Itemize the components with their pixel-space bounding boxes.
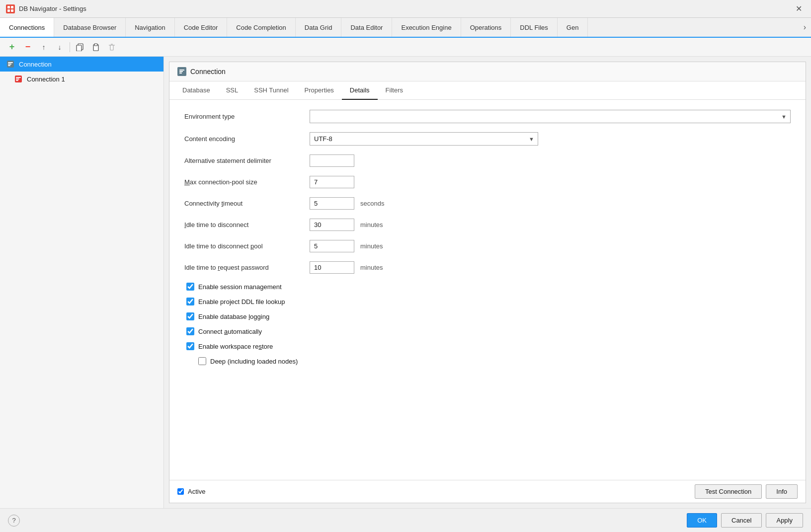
active-label[interactable]: Active: [188, 488, 205, 495]
alt-delimiter-label: Alternative statement delimiter: [184, 157, 304, 164]
connection-panel-header: Connection: [169, 62, 806, 81]
title-bar: DB Navigator - Settings ✕: [0, 0, 811, 18]
deep-loaded-nodes-checkbox[interactable]: [198, 357, 206, 365]
add-button[interactable]: +: [5, 40, 19, 54]
info-button[interactable]: Info: [766, 484, 798, 499]
test-connection-button[interactable]: Test Connection: [695, 484, 762, 499]
connect-automatically-label[interactable]: Connect automatically: [198, 328, 262, 335]
sidebar: Connection Connection 1: [0, 57, 164, 508]
enable-project-ddl-label[interactable]: Enable project DDL file lookup: [198, 298, 285, 305]
idle-request-password-input[interactable]: [310, 261, 354, 274]
tab-more-button[interactable]: ›: [799, 18, 811, 37]
connect-automatically-checkbox[interactable]: [186, 327, 194, 335]
alt-delimiter-row: Alternative statement delimiter: [184, 154, 791, 167]
tab-data-editor[interactable]: Data Editor: [341, 18, 392, 37]
enable-project-ddl-checkbox[interactable]: [186, 298, 194, 305]
content-encoding-row: Content encoding UTF-8 UTF-16 ISO-8859-1…: [184, 132, 791, 146]
active-row: Active: [177, 488, 205, 495]
tab-database-browser[interactable]: Database Browser: [54, 18, 126, 37]
environment-type-row: Environment type ▼: [184, 110, 791, 123]
paste-button[interactable]: [89, 40, 103, 54]
bottom-bar: ? OK Cancel Apply: [0, 508, 811, 532]
help-button[interactable]: ?: [8, 515, 20, 527]
window-title: DB Navigator - Settings: [19, 5, 86, 12]
enable-project-ddl-row: Enable project DDL file lookup: [184, 298, 791, 305]
sidebar-item-connection[interactable]: Connection: [0, 57, 163, 72]
svg-rect-19: [179, 71, 183, 72]
svg-rect-20: [179, 73, 182, 74]
copy-button[interactable]: [73, 40, 87, 54]
idle-disconnect-pool-row: Idle time to disconnect pool minutes: [184, 240, 791, 252]
enable-session-management-row: Enable session management: [184, 283, 791, 291]
toolbar: + − ↑ ↓: [0, 38, 811, 57]
enable-workspace-restore-row: Enable workspace restore: [184, 342, 791, 350]
close-button[interactable]: ✕: [793, 3, 805, 14]
tab-gen[interactable]: Gen: [558, 18, 588, 37]
connection-panel: Connection Database SSL SSH Tunnel Prope…: [169, 62, 806, 503]
main-layout: Connection Connection 1: [0, 57, 811, 508]
content-encoding-container: UTF-8 UTF-16 ISO-8859-1 ▼: [310, 132, 538, 146]
tab-properties[interactable]: Properties: [297, 81, 342, 100]
idle-disconnect-unit: minutes: [360, 221, 383, 228]
environment-type-select[interactable]: [310, 110, 791, 123]
tab-connections[interactable]: Connections: [0, 18, 54, 38]
idle-request-password-row: Idle time to request password minutes: [184, 261, 791, 274]
idle-disconnect-input[interactable]: [310, 219, 354, 231]
max-pool-size-input[interactable]: [310, 176, 354, 188]
connection1-icon: [14, 75, 23, 83]
title-bar-left: DB Navigator - Settings: [6, 4, 86, 13]
max-pool-size-label: Max connection-pool size: [184, 178, 304, 186]
enable-session-management-checkbox[interactable]: [186, 283, 194, 291]
svg-rect-18: [179, 70, 184, 71]
active-checkbox[interactable]: [177, 488, 184, 495]
svg-rect-0: [7, 6, 10, 8]
bottom-left: ?: [8, 515, 20, 527]
enable-workspace-restore-checkbox[interactable]: [186, 342, 194, 350]
enable-database-logging-label[interactable]: Enable database logging: [198, 313, 269, 320]
connect-automatically-row: Connect automatically: [184, 327, 791, 335]
tab-navigation[interactable]: Navigation: [126, 18, 174, 37]
svg-rect-10: [8, 62, 13, 63]
content-encoding-select[interactable]: UTF-8 UTF-16 ISO-8859-1: [310, 132, 538, 146]
cancel-button[interactable]: Cancel: [721, 513, 762, 528]
tab-execution-engine[interactable]: Execution Engine: [392, 18, 461, 37]
idle-disconnect-pool-unit: minutes: [360, 242, 383, 250]
connectivity-timeout-input[interactable]: [310, 197, 354, 210]
connection-bottom-buttons: Test Connection Info: [695, 484, 798, 499]
enable-session-management-label[interactable]: Enable session management: [198, 283, 282, 291]
svg-rect-11: [8, 64, 11, 65]
bottom-right: OK Cancel Apply: [687, 513, 803, 528]
tab-details[interactable]: Details: [342, 81, 378, 100]
connection-panel-bottom: Active Test Connection Info: [169, 480, 806, 503]
tab-ssl[interactable]: SSL: [218, 81, 246, 100]
idle-disconnect-pool-input[interactable]: [310, 240, 354, 252]
tab-ddl-files[interactable]: DDL Files: [511, 18, 558, 37]
connection-icon: [6, 60, 15, 69]
environment-type-label: Environment type: [184, 113, 304, 120]
inner-tab-bar: Database SSL SSH Tunnel Properties Detai…: [169, 81, 806, 100]
enable-workspace-restore-label[interactable]: Enable workspace restore: [198, 343, 273, 350]
deep-loaded-nodes-row: Deep (including loaded nodes): [184, 357, 791, 365]
tab-filters[interactable]: Filters: [378, 81, 411, 100]
delete-button[interactable]: [105, 40, 119, 54]
enable-database-logging-checkbox[interactable]: [186, 312, 194, 320]
tab-data-grid[interactable]: Data Grid: [296, 18, 342, 37]
tab-database[interactable]: Database: [174, 81, 218, 100]
sidebar-item-connection1[interactable]: Connection 1: [0, 72, 163, 86]
move-up-button[interactable]: ↑: [37, 40, 51, 54]
alt-delimiter-input[interactable]: [310, 154, 354, 167]
tab-ssh-tunnel[interactable]: SSH Tunnel: [246, 81, 296, 100]
ok-button[interactable]: OK: [687, 513, 717, 528]
tab-code-completion[interactable]: Code Completion: [227, 18, 295, 37]
sidebar-connection1-label: Connection 1: [27, 76, 65, 83]
tab-operations[interactable]: Operations: [461, 18, 511, 37]
connectivity-timeout-row: Connectivity timeout seconds: [184, 197, 791, 210]
apply-button[interactable]: Apply: [766, 513, 803, 528]
remove-button[interactable]: −: [21, 40, 35, 54]
deep-loaded-nodes-label[interactable]: Deep (including loaded nodes): [210, 358, 298, 365]
idle-request-password-unit: minutes: [360, 264, 383, 271]
svg-rect-16: [16, 80, 18, 81]
tab-code-editor[interactable]: Code Editor: [175, 18, 228, 37]
move-down-button[interactable]: ↓: [53, 40, 67, 54]
connectivity-timeout-unit: seconds: [360, 200, 384, 207]
